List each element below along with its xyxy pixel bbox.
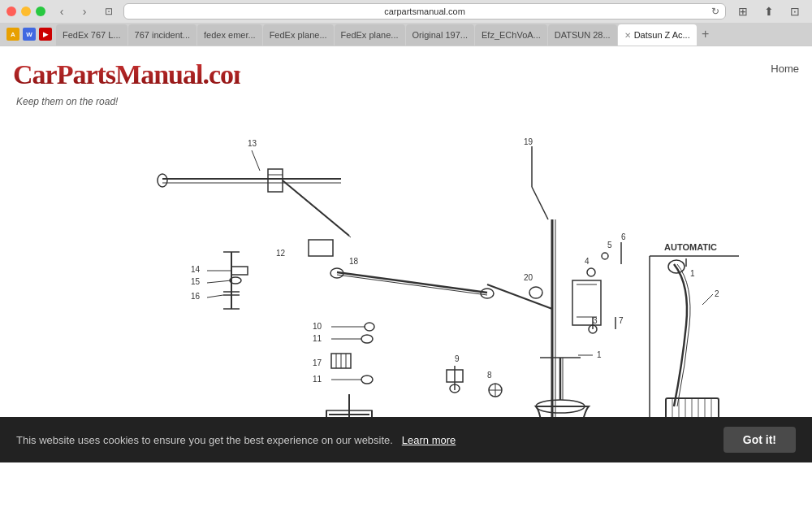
navigation-buttons: ‹ › [52,4,94,19]
site-header: CarPartsManual.com Keep them on the road… [0,46,812,114]
svg-text:12: 12 [276,249,286,258]
logo-svg: CarPartsManual.com [13,56,240,90]
svg-text:15: 15 [191,277,201,286]
cookie-message: This website uses cookies to ensure you … [16,434,456,446]
home-link[interactable]: Home [771,63,799,75]
accept-cookies-button[interactable]: Got it! [723,427,796,453]
site-logo: CarPartsManual.com Keep them on the road… [13,56,240,107]
svg-text:6: 6 [621,232,626,241]
title-bar: ‹ › ⊡ carpartsmanual.com ↻ ⊞ ⬆ ⊡ [0,0,812,23]
new-tab-button[interactable]: + [698,26,714,42]
browser-actions: ⊞ ⬆ ⊡ [732,3,806,20]
minimize-window-button[interactable] [21,7,31,16]
close-window-button[interactable] [6,7,16,16]
svg-text:11: 11 [313,375,322,384]
address-text: carpartsmanual.com [131,7,719,16]
svg-text:16: 16 [191,292,201,301]
tab-5[interactable]: Original 197... [406,24,474,46]
favicon-2: W [23,28,36,41]
back-button[interactable]: ‹ [52,4,71,19]
window-controls [6,7,45,16]
forward-button[interactable]: › [75,4,94,19]
tab-8-active[interactable]: ✕ Datsun Z Ac... [618,24,697,46]
favicon-1: A [6,28,19,41]
browser-chrome: ‹ › ⊡ carpartsmanual.com ↻ ⊞ ⬆ ⊡ A W ▶ [0,0,812,46]
extensions-button[interactable]: ⊞ [732,3,754,20]
learn-more-link[interactable]: Learn more [402,434,456,446]
svg-text:19: 19 [524,137,533,146]
address-bar[interactable]: carpartsmanual.com ↻ [123,3,726,20]
svg-rect-1 [73,122,739,447]
svg-text:3: 3 [593,316,598,325]
tab-0[interactable]: FedEx 767 L... [56,24,127,46]
svg-text:4: 4 [585,257,590,266]
parts-diagram: 13 12 14 15 [73,122,739,447]
tab-1[interactable]: 767 incident... [128,24,197,46]
svg-text:AUTOMATIC: AUTOMATIC [664,242,717,252]
tab-3[interactable]: FedEx plane... [263,24,334,46]
new-tab-action-button[interactable]: ⊡ [784,3,806,20]
logo-tagline: Keep them on the road! [16,96,240,107]
share-button[interactable]: ⬆ [758,3,780,20]
svg-text:17: 17 [313,358,322,367]
close-tab-icon[interactable]: ✕ [624,31,631,40]
reload-button[interactable]: ↻ [709,5,722,18]
svg-text:13: 13 [248,139,257,148]
svg-text:11: 11 [313,334,322,343]
favicon-3: ▶ [39,28,52,41]
tab-favicons: A W ▶ [3,23,55,46]
svg-text:2: 2 [715,289,719,298]
tab-7[interactable]: DATSUN 28... [548,24,617,46]
svg-text:1: 1 [597,350,602,359]
site-nav[interactable]: Home [771,56,799,75]
maximize-window-button[interactable] [36,7,45,16]
svg-text:9: 9 [455,354,460,363]
diagram-area: 13 12 14 15 [0,114,812,455]
cookie-banner: This website uses cookies to ensure you … [0,417,812,462]
svg-text:CarPartsManual.com: CarPartsManual.com [13,59,240,89]
svg-text:20: 20 [524,273,533,282]
logo-text: CarPartsManual.com [13,56,240,96]
svg-text:5: 5 [607,241,612,250]
tab-6[interactable]: Efz_EChVoA... [475,24,547,46]
svg-text:18: 18 [349,257,359,266]
tab-4[interactable]: FedEx plane... [335,24,405,46]
svg-text:8: 8 [487,371,492,380]
svg-text:1: 1 [690,269,695,278]
tabs-bar: A W ▶ FedEx 767 L... 767 incident... fed… [0,23,812,46]
svg-text:7: 7 [619,316,624,325]
page-content: CarPartsManual.com Keep them on the road… [0,46,812,462]
tab-view-button[interactable]: ⊡ [101,4,117,19]
tab-2[interactable]: fedex emer... [197,24,262,46]
svg-text:10: 10 [313,322,322,331]
svg-text:14: 14 [191,265,201,274]
